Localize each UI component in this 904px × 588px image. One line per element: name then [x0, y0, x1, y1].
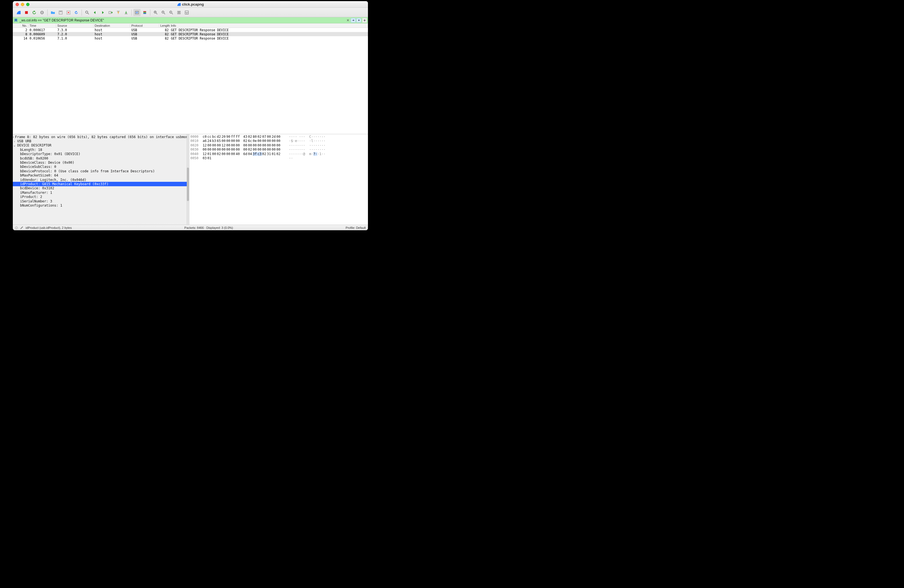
reload-button[interactable]: [73, 9, 80, 16]
hex-line[interactable]: 00201200000012000000 0000000000000000···…: [190, 143, 367, 147]
detail-row[interactable]: bDeviceClass: Device (0x00): [13, 160, 189, 164]
zoom-out-button[interactable]: [160, 9, 167, 16]
hex-pane[interactable]: 0000c0ccbcd22090ffff 4302800207002d00···…: [189, 134, 368, 224]
svg-rect-0: [25, 11, 28, 14]
detail-row[interactable]: bcdUSB: 0x0200: [13, 156, 189, 160]
hex-ascii[interactable]: ···· ··· C·····-·: [289, 135, 367, 139]
detail-row[interactable]: bLength: 18: [13, 147, 189, 152]
hex-line[interactable]: 0000c0ccbcd22090ffff 4302800207002d00···…: [190, 135, 367, 139]
detail-row[interactable]: ›USB URB: [13, 139, 189, 143]
svg-line-18: [164, 13, 165, 14]
maximize-button[interactable]: [26, 3, 30, 6]
hex-bytes[interactable]: a624b36500000000 026c0e0000000000: [202, 139, 289, 143]
filter-actions: ✕ ➔ ▾: [346, 18, 361, 22]
display-filter-input[interactable]: [19, 18, 345, 22]
hex-ascii[interactable]: ········ ········: [289, 147, 367, 152]
window-controls: [13, 3, 30, 6]
detail-row[interactable]: bNumConfigurations: 1: [13, 203, 189, 207]
col-header-time[interactable]: Time: [28, 24, 56, 27]
find-button[interactable]: [84, 9, 91, 16]
detail-text: bcdDevice: 0x3102: [13, 186, 54, 190]
svg-rect-4: [60, 11, 62, 12]
packet-row[interactable]: 80.0066097.2.0hostUSB82GET DESCRIPTOR Re…: [13, 32, 368, 36]
detail-text: USB URB: [16, 139, 32, 143]
zoom-in-button[interactable]: [152, 9, 159, 16]
edit-capture-comment-button[interactable]: [20, 226, 24, 229]
detail-row[interactable]: bcdDevice: 0x3102: [13, 186, 189, 190]
profile-text[interactable]: Profile: Default: [346, 226, 366, 229]
col-header-dst[interactable]: Destination: [93, 24, 130, 27]
open-file-button[interactable]: [49, 9, 57, 16]
goto-packet-button[interactable]: [107, 9, 114, 16]
save-file-button[interactable]: [57, 9, 64, 16]
detail-text: bDeviceProtocol: 0 (Use class code info …: [13, 169, 155, 173]
close-file-button[interactable]: [65, 9, 72, 16]
detail-row[interactable]: bDeviceProtocol: 0 (Use class code info …: [13, 169, 189, 173]
packet-row[interactable]: 140.0106567.1.0hostUSB82GET DESCRIPTOR R…: [13, 36, 368, 40]
hex-line[interactable]: 0010a624b36500000000 026c0e0000000000·$·…: [190, 139, 367, 143]
close-button[interactable]: [16, 3, 19, 6]
col-header-len[interactable]: Length: [159, 24, 170, 27]
hex-ascii[interactable]: ·$·e···· ·l······: [289, 139, 367, 143]
hex-line[interactable]: 00300000000000000000 0002000000000000···…: [190, 147, 367, 152]
hex-bytes[interactable]: 0301: [202, 156, 289, 160]
packet-details-pane[interactable]: ›Frame 8: 82 bytes on wire (656 bits), 8…: [13, 134, 189, 224]
hex-ascii[interactable]: ········ ········: [289, 143, 367, 147]
autoscroll-button[interactable]: [133, 9, 141, 16]
resize-columns-button[interactable]: [175, 9, 183, 16]
detail-text: idVendor: Logitech, Inc. (0x046d): [13, 178, 86, 182]
details-scrollbar[interactable]: [187, 134, 189, 224]
detail-row[interactable]: bDeviceSubClass: 0: [13, 165, 189, 169]
packet-rows[interactable]: 20.0006177.3.0hostUSB82GET DESCRIPTOR Re…: [13, 28, 368, 134]
detail-row[interactable]: iProduct: 2: [13, 194, 189, 199]
expand-arrow-icon[interactable]: ›: [13, 139, 16, 143]
hex-ascii[interactable]: ·······@ m·?··1··: [289, 152, 367, 156]
bookmark-filter-icon[interactable]: [14, 18, 18, 22]
detail-text: bNumConfigurations: 1: [13, 204, 62, 207]
layout-button[interactable]: [183, 9, 190, 16]
col-header-src[interactable]: Source: [56, 24, 93, 27]
hex-line[interactable]: 00401201000200000040 6d043fc302310102···…: [190, 152, 367, 156]
hex-ascii[interactable]: ··: [289, 156, 367, 160]
hex-bytes[interactable]: 1200000012000000 0000000000000000: [202, 143, 289, 147]
filter-history-dropdown[interactable]: ▾: [356, 18, 361, 22]
detail-row[interactable]: idVendor: Logitech, Inc. (0x046d): [13, 178, 189, 182]
minimize-button[interactable]: [21, 3, 24, 6]
restart-capture-button[interactable]: [31, 9, 38, 16]
capture-options-button[interactable]: [38, 9, 46, 16]
display-filter-bar: ✕ ➔ ▾ +: [13, 17, 368, 24]
go-forward-button[interactable]: [99, 9, 106, 16]
detail-row[interactable]: iSerialNumber: 3: [13, 199, 189, 203]
fin-icon-button[interactable]: [15, 9, 22, 16]
detail-row[interactable]: ⌄DEVICE DESCRIPTOR: [13, 143, 189, 147]
detail-text: DEVICE DESCRIPTOR: [16, 143, 52, 147]
stop-capture-button[interactable]: [23, 9, 30, 16]
apply-filter-button[interactable]: ➔: [351, 18, 356, 22]
title-text: click.pcapng: [182, 2, 204, 6]
detail-row[interactable]: iManufacturer: 1: [13, 190, 189, 194]
colorize-button[interactable]: [141, 9, 149, 16]
svg-rect-14: [143, 13, 146, 14]
col-header-info[interactable]: Info: [170, 24, 368, 27]
col-header-proto[interactable]: Protocol: [130, 24, 159, 27]
svg-rect-13: [143, 12, 146, 13]
packet-row[interactable]: 20.0006177.3.0hostUSB82GET DESCRIPTOR Re…: [13, 28, 368, 32]
detail-row[interactable]: bMaxPacketSize0: 64: [13, 174, 189, 178]
expand-arrow-icon[interactable]: ⌄: [13, 143, 16, 147]
hex-bytes[interactable]: 1201000200000040 6d043fc302310102: [202, 152, 289, 156]
add-filter-button[interactable]: +: [362, 18, 367, 22]
svg-line-7: [88, 13, 89, 14]
zoom-reset-button[interactable]: 1: [168, 9, 175, 16]
goto-first-button[interactable]: [115, 9, 122, 16]
expert-info-button[interactable]: [15, 226, 18, 229]
goto-last-button[interactable]: [122, 9, 130, 16]
hex-line[interactable]: 00500301 ··: [190, 156, 367, 160]
detail-row[interactable]: ›Frame 8: 82 bytes on wire (656 bits), 8…: [13, 135, 189, 139]
detail-row[interactable]: idProduct: G815 Mechanical Keyboard (0xc…: [13, 182, 189, 186]
clear-filter-button[interactable]: ✕: [346, 18, 350, 22]
hex-bytes[interactable]: 0000000000000000 0002000000000000: [202, 147, 289, 152]
hex-bytes[interactable]: c0ccbcd22090ffff 4302800207002d00: [202, 135, 289, 139]
col-header-no[interactable]: No.: [13, 24, 28, 27]
go-back-button[interactable]: [91, 9, 98, 16]
detail-row[interactable]: bDescriptorType: 0x01 (DEVICE): [13, 152, 189, 156]
